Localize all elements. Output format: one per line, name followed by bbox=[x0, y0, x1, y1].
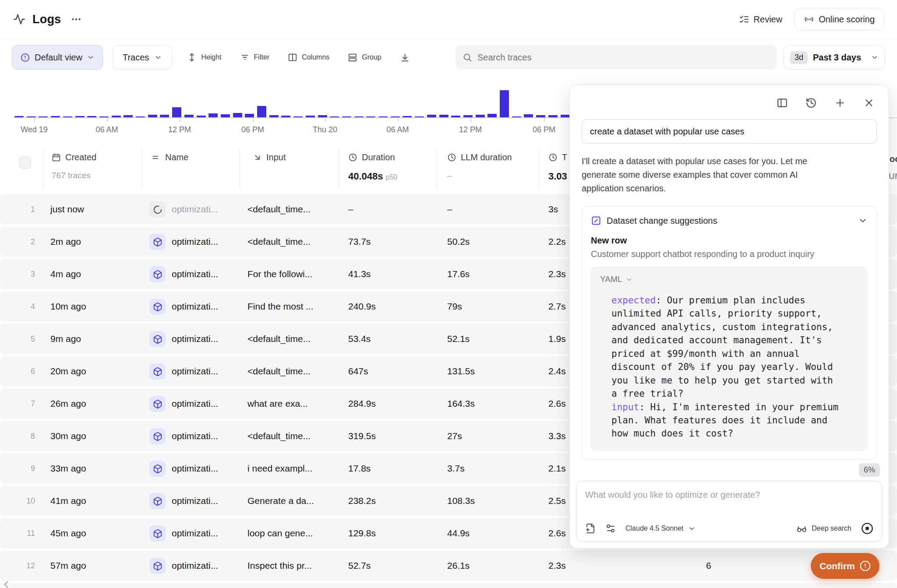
histogram-bar bbox=[512, 116, 521, 117]
histogram-bar bbox=[306, 116, 315, 117]
new-chat-button[interactable] bbox=[833, 96, 847, 109]
row-number: 13 bbox=[13, 583, 35, 588]
created-cell: 41m ago bbox=[50, 486, 86, 516]
histogram-bar bbox=[391, 116, 400, 117]
duration-cell: 73.7s bbox=[348, 226, 371, 257]
plus-icon bbox=[834, 97, 846, 109]
ellipsis-icon bbox=[71, 14, 82, 25]
histogram-bar bbox=[124, 115, 133, 117]
t-p50: 3.03 bbox=[548, 171, 567, 182]
yaml-format-selector[interactable]: YAML bbox=[600, 275, 858, 284]
view-selector[interactable]: Default view bbox=[12, 45, 103, 70]
duration-cell: 129.8s bbox=[348, 518, 376, 549]
online-scoring-label: Online scoring bbox=[819, 14, 875, 25]
histogram-bar bbox=[536, 115, 545, 117]
x-axis-label: 06 AM bbox=[386, 125, 409, 134]
calendar-icon bbox=[52, 153, 61, 162]
column-header-created[interactable]: Created bbox=[52, 152, 96, 162]
input-cell: For the followi... bbox=[247, 259, 312, 289]
range-badge: 3d bbox=[790, 51, 808, 64]
history-button[interactable] bbox=[805, 96, 818, 109]
column-header-llm-duration[interactable]: LLM duration bbox=[447, 152, 512, 162]
cube-icon bbox=[149, 558, 166, 574]
input-cell: <default_time... bbox=[247, 194, 311, 225]
collapse-chevron-button[interactable] bbox=[1, 579, 12, 588]
user-prompt-input[interactable] bbox=[590, 127, 869, 137]
page-menu-button[interactable] bbox=[68, 11, 85, 28]
duration-p50: 40.048sp50 bbox=[348, 171, 397, 182]
cube-icon bbox=[149, 363, 166, 380]
input-cell: Find the most ... bbox=[247, 291, 314, 322]
duration-cell: – bbox=[348, 194, 353, 225]
octagon-alert-icon bbox=[860, 560, 871, 571]
open-side-panel-button[interactable] bbox=[776, 96, 789, 109]
duration-cell: 52.7s bbox=[348, 550, 371, 581]
histogram-bar bbox=[197, 116, 206, 117]
sliders-icon bbox=[605, 523, 616, 534]
list-checks-icon bbox=[739, 14, 749, 25]
column-header-input[interactable]: Input bbox=[253, 152, 286, 162]
x-axis-label: Wed 19 bbox=[21, 125, 48, 134]
cube-icon bbox=[149, 428, 166, 444]
traces-selector[interactable]: Traces bbox=[113, 45, 172, 70]
llm-duration-cell: 79s bbox=[447, 291, 462, 322]
deep-search-toggle[interactable]: Deep search bbox=[796, 523, 851, 534]
column-header-name[interactable]: Name bbox=[152, 152, 188, 162]
filter-lines-icon bbox=[240, 53, 250, 62]
created-cell: 10m ago bbox=[50, 291, 86, 322]
t-cell: 2.7s bbox=[548, 291, 566, 322]
date-range-picker[interactable]: 3d Past 3 days bbox=[784, 45, 885, 70]
name-cell: optimizati... bbox=[172, 486, 218, 516]
columns-button[interactable]: Columns bbox=[288, 53, 329, 62]
histogram-bar bbox=[148, 115, 157, 117]
collapse-suggestions-button[interactable] bbox=[858, 216, 868, 225]
online-scoring-button[interactable]: Online scoring bbox=[795, 8, 884, 31]
model-selector[interactable]: Claude 4.5 Sonnet bbox=[625, 525, 696, 532]
filter-button[interactable]: Filter bbox=[240, 53, 270, 62]
x-axis-tick bbox=[180, 118, 180, 122]
settings-button[interactable] bbox=[605, 523, 616, 534]
histogram-bar bbox=[548, 115, 558, 117]
confirm-button[interactable]: Confirm bbox=[811, 553, 879, 579]
name-cell: optimizati... bbox=[172, 550, 218, 581]
deep-search-label: Deep search bbox=[812, 525, 851, 532]
download-button[interactable] bbox=[400, 53, 410, 63]
duration-cell: 647s bbox=[348, 356, 368, 387]
name-cell: optimizati... bbox=[172, 388, 218, 419]
created-cell: 9m ago bbox=[50, 324, 81, 354]
height-label: Height bbox=[201, 53, 221, 61]
page-title: Logs bbox=[32, 13, 61, 26]
group-button[interactable]: Group bbox=[348, 53, 381, 62]
name-cell: optimizati... bbox=[172, 583, 218, 588]
llm-duration-cell: 27s bbox=[447, 421, 462, 451]
histogram-bar bbox=[403, 116, 412, 117]
column-header-duration[interactable]: Duration bbox=[348, 152, 395, 162]
hidden-column-value: 6 bbox=[706, 550, 711, 581]
histogram-bar bbox=[269, 115, 279, 117]
search-input[interactable] bbox=[477, 53, 770, 63]
trace-row[interactable]: 131h agooptimizati...Optimize the p...11… bbox=[0, 583, 897, 588]
close-icon bbox=[863, 97, 875, 109]
attach-file-button[interactable] bbox=[585, 523, 596, 534]
x-axis-tick bbox=[325, 118, 326, 122]
select-all-checkbox[interactable] bbox=[19, 157, 31, 169]
review-button[interactable]: Review bbox=[739, 14, 783, 25]
histogram-bar bbox=[99, 116, 109, 117]
height-button[interactable]: Height bbox=[187, 53, 221, 62]
row-number: 3 bbox=[13, 259, 35, 289]
suggestion-description: Customer support chatbot responding to a… bbox=[591, 249, 868, 259]
move-vertical-icon bbox=[187, 53, 197, 62]
rows-icon bbox=[348, 53, 357, 62]
t-cell: 2.3s bbox=[548, 550, 566, 581]
llm-duration-cell: 164.3s bbox=[447, 388, 475, 419]
trace-row[interactable]: 1257m agooptimizati...Inspect this pr...… bbox=[0, 550, 897, 581]
input-cell: Generate a da... bbox=[247, 486, 314, 516]
close-panel-button[interactable] bbox=[862, 96, 876, 109]
histogram-bar bbox=[160, 115, 169, 117]
hidden-column-value: 5 bbox=[872, 583, 877, 588]
toolbar: Default view Traces Height Filter Column… bbox=[12, 45, 410, 70]
composer-input[interactable] bbox=[585, 490, 873, 500]
x-axis-label: 12 PM bbox=[459, 125, 482, 134]
stop-button[interactable] bbox=[861, 522, 873, 535]
column-header-t[interactable]: T bbox=[548, 152, 567, 162]
